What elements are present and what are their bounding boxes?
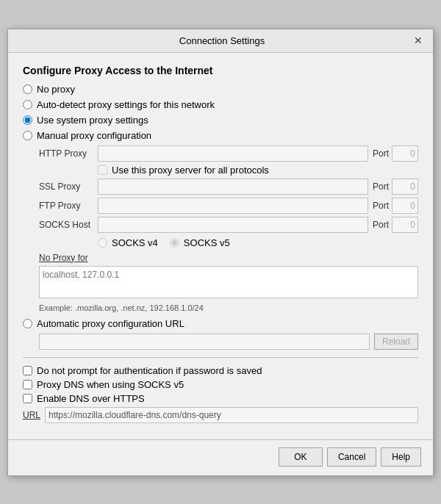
no-auth-label: Do not prompt for authentication if pass…	[37, 365, 262, 376]
socks-port-input[interactable]	[392, 217, 418, 233]
dns-url-label: URL	[23, 410, 40, 420]
no-proxy-for-label: No Proxy for	[39, 253, 418, 263]
no-proxy-radio[interactable]	[23, 84, 32, 94]
connection-settings-dialog: Connection Settings ✕ Configure Proxy Ac…	[7, 29, 434, 476]
dns-socks-row: Proxy DNS when using SOCKS v5	[23, 379, 418, 390]
no-proxy-example: Example: .mozilla.org, .net.nz, 192.168.…	[39, 303, 418, 312]
socks-v5-option[interactable]: SOCKS v5	[170, 237, 230, 248]
system-proxy-label: Use system proxy settings	[37, 115, 148, 126]
button-row: OK Cancel Help	[8, 439, 433, 475]
auto-proxy-url-radio[interactable]	[23, 319, 32, 328]
no-proxy-label: No proxy	[37, 84, 75, 95]
socks-host-label: SOCKS Host	[39, 220, 98, 230]
system-proxy-option[interactable]: Use system proxy settings	[23, 115, 418, 126]
no-proxy-option[interactable]: No proxy	[23, 84, 418, 95]
section-title: Configure Proxy Access to the Internet	[23, 65, 418, 76]
ftp-port-input[interactable]	[392, 198, 418, 214]
socks-v4-option[interactable]: SOCKS v4	[98, 237, 158, 248]
socks-port-label: Port	[373, 220, 389, 230]
auto-proxy-url-option[interactable]: Automatic proxy configuration URL	[23, 318, 418, 329]
title-bar: Connection Settings ✕	[8, 29, 433, 53]
socks-v4-radio[interactable]	[98, 238, 107, 248]
manual-proxy-option[interactable]: Manual proxy configuration	[23, 130, 418, 141]
reload-button[interactable]: Reload	[374, 334, 418, 350]
no-proxy-section: No Proxy for Example: .mozilla.org, .net…	[39, 253, 418, 312]
auto-detect-radio[interactable]	[23, 100, 32, 109]
manual-config-section: HTTP Proxy Port Use this proxy server fo…	[39, 145, 418, 312]
system-proxy-radio[interactable]	[23, 115, 32, 125]
socks-v4-label: SOCKS v4	[112, 237, 158, 248]
dns-https-label: Enable DNS over HTTPS	[37, 393, 145, 404]
dns-socks-label: Proxy DNS when using SOCKS v5	[37, 379, 184, 390]
ssl-proxy-input[interactable]	[98, 179, 368, 195]
cancel-button[interactable]: Cancel	[327, 447, 376, 467]
ssl-proxy-row: SSL Proxy Port	[39, 179, 418, 195]
dns-https-checkbox[interactable]	[23, 394, 32, 403]
dns-url-input[interactable]	[45, 407, 418, 423]
no-auth-row: Do not prompt for authentication if pass…	[23, 365, 418, 376]
ssl-port-label: Port	[373, 181, 389, 192]
ftp-port-label: Port	[373, 201, 389, 211]
socks-version-row: SOCKS v4 SOCKS v5	[98, 237, 418, 248]
manual-proxy-label: Manual proxy configuration	[37, 130, 151, 141]
socks-v5-radio[interactable]	[170, 238, 179, 248]
ok-button[interactable]: OK	[279, 447, 323, 467]
auto-proxy-section: Automatic proxy configuration URL Reload	[23, 318, 418, 350]
auto-proxy-url-input[interactable]	[39, 334, 370, 350]
no-proxy-textarea[interactable]	[39, 266, 418, 298]
http-port-input[interactable]	[392, 145, 418, 162]
http-proxy-label: HTTP Proxy	[39, 148, 98, 159]
socks-v5-label: SOCKS v5	[184, 237, 230, 248]
http-proxy-input[interactable]	[98, 145, 368, 162]
dns-https-row: Enable DNS over HTTPS	[23, 393, 418, 404]
divider	[23, 357, 418, 358]
auto-proxy-url-label: Automatic proxy configuration URL	[37, 318, 184, 329]
use-for-all-checkbox[interactable]	[98, 165, 107, 175]
bottom-checkboxes: Do not prompt for authentication if pass…	[23, 365, 418, 423]
ssl-proxy-label: SSL Proxy	[39, 181, 98, 192]
socks-host-input[interactable]	[98, 217, 368, 233]
auto-detect-option[interactable]: Auto-detect proxy settings for this netw…	[23, 99, 418, 110]
auto-detect-label: Auto-detect proxy settings for this netw…	[37, 99, 215, 110]
proxy-radio-group: No proxy Auto-detect proxy settings for …	[23, 84, 418, 141]
close-button[interactable]: ✕	[412, 35, 424, 46]
dialog-content: Configure Proxy Access to the Internet N…	[8, 53, 433, 439]
ftp-proxy-row: FTP Proxy Port	[39, 198, 418, 214]
ftp-proxy-input[interactable]	[98, 198, 368, 214]
dns-socks-checkbox[interactable]	[23, 380, 32, 389]
dns-url-row: URL	[23, 407, 418, 423]
socks-host-row: SOCKS Host Port	[39, 217, 418, 233]
auto-proxy-url-row: Reload	[39, 334, 418, 350]
http-port-label: Port	[373, 148, 389, 159]
dialog-title: Connection Settings	[32, 35, 412, 46]
no-auth-checkbox[interactable]	[23, 366, 32, 375]
http-proxy-row: HTTP Proxy Port	[39, 145, 418, 162]
manual-proxy-radio[interactable]	[23, 131, 32, 140]
use-for-all-row: Use this proxy server for all protocols	[98, 165, 418, 176]
ssl-port-input[interactable]	[392, 179, 418, 195]
use-for-all-label: Use this proxy server for all protocols	[112, 165, 269, 176]
help-button[interactable]: Help	[381, 447, 421, 467]
ftp-proxy-label: FTP Proxy	[39, 201, 98, 211]
